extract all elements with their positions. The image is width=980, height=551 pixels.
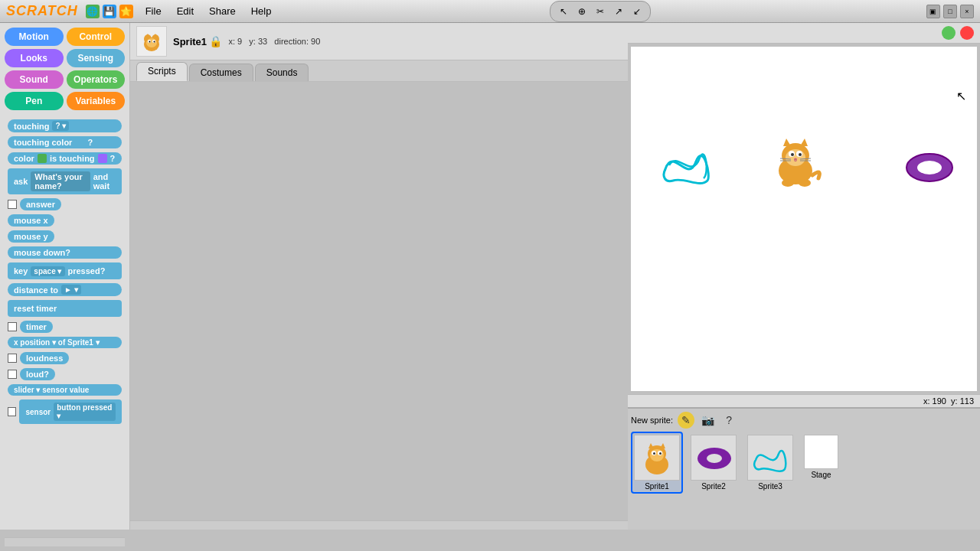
svg-point-14 — [786, 149, 805, 166]
stop-button[interactable] — [960, 26, 974, 40]
loud-checkbox[interactable] — [8, 370, 17, 379]
cat-control-btn[interactable]: Control — [67, 28, 126, 46]
script-canvas[interactable]: 🚩 clicked forever wait 0.001 secs — [130, 82, 628, 520]
block-loudness[interactable]: loudness — [8, 352, 122, 364]
block-timer[interactable]: timer — [8, 321, 122, 333]
globe-icon[interactable]: 🌐 — [86, 5, 100, 18]
sprite-item-2[interactable]: Sprite2 — [688, 432, 740, 494]
block-mouse-down[interactable]: mouse down? — [8, 246, 122, 259]
palette-scrollbar[interactable] — [5, 537, 125, 546]
tab-sounds[interactable]: Sounds — [255, 64, 309, 81]
stage-item[interactable]: Stage — [801, 432, 841, 494]
block-mouse-y[interactable]: mouse y — [8, 230, 122, 243]
shrink-tool[interactable]: ↙ — [629, 3, 645, 20]
touching-dropdown[interactable]: ? ▾ — [52, 121, 69, 131]
answer-checkbox[interactable] — [8, 200, 17, 209]
menu-share[interactable]: Share — [206, 4, 239, 18]
sensor-dropdown[interactable]: button pressed ▾ — [54, 403, 116, 421]
menu-file[interactable]: File — [142, 4, 165, 18]
new-sprite-camera-btn[interactable]: 📷 — [699, 412, 716, 429]
cat-pen-btn[interactable]: Pen — [5, 92, 64, 110]
mousex-oval[interactable]: mouse x — [8, 214, 54, 227]
block-loud[interactable]: loud? — [8, 368, 122, 380]
star-icon[interactable]: ⭐ — [119, 5, 133, 18]
color-swatch-3[interactable] — [98, 154, 107, 163]
lock-icon[interactable]: 🔒 — [209, 35, 222, 47]
svg-point-5 — [146, 38, 157, 47]
loudness-oval[interactable]: loudness — [20, 352, 69, 364]
sensor-checkbox[interactable] — [8, 407, 16, 416]
categories-panel: Motion Control Looks Sensing Sound Opera… — [0, 23, 130, 530]
sprite-thumb-2 — [691, 435, 737, 481]
sprite-name-display: Sprite1 🔒 — [173, 35, 222, 47]
block-distance-to[interactable]: distance to ► ▾ — [8, 283, 122, 296]
window-close-btn[interactable]: × — [960, 5, 974, 18]
sprite-name-label: Sprite1 — [173, 36, 207, 47]
svg-point-33 — [650, 449, 664, 461]
sprite3-label: Sprite3 — [758, 482, 782, 491]
key-dropdown[interactable]: space ▾ — [31, 266, 64, 276]
svg-point-36 — [653, 452, 655, 455]
cat-motion-btn[interactable]: Motion — [5, 28, 64, 46]
distance-dropdown[interactable]: ► ▾ — [61, 285, 81, 295]
script-area-wrapper: Sprite1 🔒 x: 9 y: 33 direction: 90 Scrip… — [130, 23, 628, 530]
timer-checkbox[interactable] — [8, 322, 17, 331]
block-slider-sensor[interactable]: slider ▾ sensor value — [8, 384, 122, 396]
loudness-checkbox[interactable] — [8, 354, 17, 363]
svg-marker-13 — [800, 139, 808, 146]
go-button[interactable] — [942, 26, 956, 40]
tab-scripts[interactable]: Scripts — [136, 62, 188, 81]
main-area: Motion Control Looks Sensing Sound Opera… — [0, 23, 980, 530]
new-sprite-file-btn[interactable]: ? — [720, 412, 737, 429]
svg-marker-12 — [783, 139, 791, 146]
cat-looks-btn[interactable]: Looks — [5, 49, 64, 67]
sprite-icon-mini — [136, 26, 167, 57]
color-swatch-1[interactable] — [75, 138, 84, 147]
new-sprite-label: New sprite: — [631, 416, 673, 425]
block-key-pressed[interactable]: key space ▾ pressed? — [8, 262, 122, 279]
copy-tool[interactable]: ⊕ — [573, 3, 590, 20]
window-tile-btn[interactable]: ▣ — [926, 5, 940, 18]
sprite2-thumb — [693, 437, 735, 479]
cursor-tool[interactable]: ↖ — [555, 3, 572, 20]
save-icon[interactable]: 💾 — [103, 5, 116, 18]
block-touching-color[interactable]: touching color ? — [8, 136, 122, 148]
sensor-btn-block[interactable]: sensor button pressed ▾ — [19, 399, 122, 424]
color-swatch-2[interactable] — [38, 154, 47, 163]
block-ask[interactable]: ask What's your name? and wait — [8, 168, 122, 194]
block-answer[interactable]: answer — [8, 198, 122, 210]
sprite3-thumb — [750, 437, 792, 479]
block-xposition[interactable]: x position ▾ of Sprite1 ▾ — [8, 337, 122, 348]
cat-variables-btn[interactable]: Variables — [67, 92, 126, 110]
grow-tool[interactable]: ↗ — [610, 3, 627, 20]
cat-sensing-btn[interactable]: Sensing — [67, 49, 126, 67]
block-mouse-x[interactable]: mouse x — [8, 214, 122, 227]
cut-tool[interactable]: ✂ — [592, 3, 609, 20]
svg-point-39 — [707, 454, 722, 463]
menu-bar: File Edit Share Help — [142, 4, 275, 18]
script-scrollbar[interactable] — [130, 520, 628, 530]
tab-costumes[interactable]: Costumes — [189, 64, 253, 81]
timer-oval[interactable]: timer — [20, 321, 53, 333]
stage-label: Stage — [811, 471, 831, 479]
svg-point-25 — [799, 179, 811, 187]
ask-input[interactable]: What's your name? — [31, 171, 90, 191]
sprite-item-1[interactable]: Sprite1 — [631, 432, 683, 494]
sprite-item-3[interactable]: Sprite3 — [744, 432, 796, 494]
new-sprite-paint-btn[interactable]: ✎ — [678, 412, 694, 429]
block-sensor-button[interactable]: sensor button pressed ▾ — [8, 399, 122, 424]
stage-canvas[interactable]: ↖ — [631, 47, 977, 391]
menu-edit[interactable]: Edit — [174, 4, 197, 18]
loud-oval[interactable]: loud? — [20, 368, 55, 380]
block-touching[interactable]: touching ? ▾ — [8, 119, 122, 132]
menu-help[interactable]: Help — [248, 4, 275, 18]
answer-oval[interactable]: answer — [20, 198, 61, 210]
svg-point-37 — [659, 452, 662, 455]
cat-operators-btn[interactable]: Operators — [67, 70, 126, 89]
cat-sound-btn[interactable]: Sound — [5, 70, 64, 89]
block-reset-timer[interactable]: reset timer — [8, 300, 122, 317]
window-max-btn[interactable]: □ — [943, 5, 957, 18]
mousey-oval[interactable]: mouse y — [8, 230, 54, 243]
svg-point-9 — [154, 41, 155, 43]
block-color-touching[interactable]: color is touching ? — [8, 152, 122, 165]
